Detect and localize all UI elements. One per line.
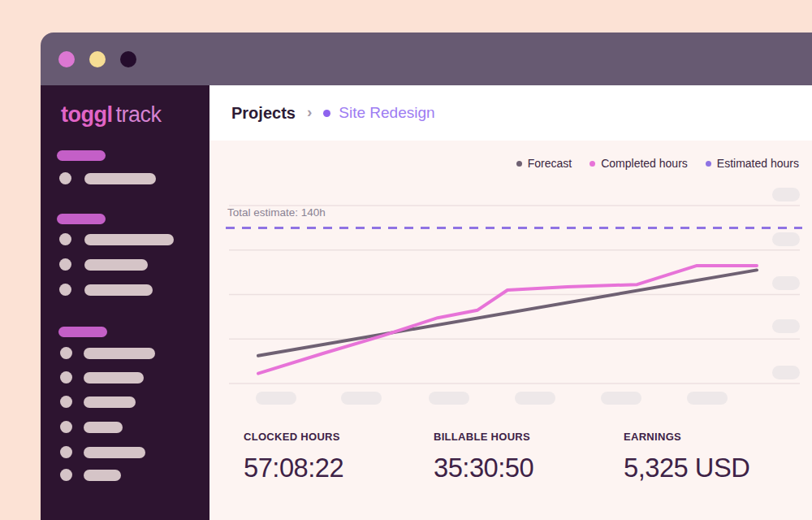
- window-close-button[interactable]: [58, 51, 75, 67]
- y-axis-skeleton-label: [772, 319, 800, 333]
- window-titlebar: [41, 32, 812, 85]
- y-axis-skeleton-label: [772, 188, 800, 202]
- project-progress-chart: Forecast Completed hours Estimated hours…: [209, 141, 812, 520]
- x-axis-skeleton-label: [515, 392, 555, 405]
- skeleton-bar: [84, 422, 123, 433]
- skeleton-section-label: [58, 327, 107, 337]
- skeleton-dot: [59, 233, 71, 245]
- skeleton-bar: [84, 396, 136, 408]
- stat-value: 35:30:50: [434, 452, 616, 483]
- skeleton-bar: [84, 348, 155, 359]
- y-axis-skeleton-label: [772, 366, 800, 379]
- y-axis-skeleton-label: [772, 276, 800, 290]
- skeleton-bar: [84, 447, 145, 458]
- legend-item-estimated-hours[interactable]: Estimated hours: [706, 157, 799, 170]
- stat-earnings: EARNINGS 5,325 USD: [624, 431, 812, 483]
- stat-label: CLOCKED HOURS: [244, 431, 434, 443]
- stat-value: 57:08:22: [244, 452, 426, 483]
- skeleton-dot: [59, 258, 71, 271]
- skeleton-dot: [60, 396, 72, 408]
- legend-label: Forecast: [528, 157, 572, 170]
- sidebar: toggltrack: [41, 85, 209, 520]
- skeleton-bar: [84, 259, 148, 271]
- project-stats: CLOCKED HOURS 57:08:22 BILLABLE HOURS 35…: [244, 431, 812, 483]
- stat-value: 5,325 USD: [624, 452, 806, 483]
- x-axis-skeleton-label: [601, 392, 641, 405]
- breadcrumb-current-label: Site Redesign: [339, 104, 434, 122]
- stat-label: EARNINGS: [624, 431, 812, 443]
- x-axis-skeleton-label: [256, 392, 296, 405]
- stat-label: BILLABLE HOURS: [434, 431, 624, 443]
- skeleton-bar: [84, 173, 156, 184]
- legend-label: Estimated hours: [717, 157, 799, 170]
- toggl-track-logo: toggltrack: [61, 102, 162, 128]
- skeleton-dot: [60, 446, 72, 458]
- skeleton-bar: [84, 234, 174, 245]
- breadcrumb-projects-link[interactable]: Projects: [231, 104, 296, 123]
- logo-toggl: toggl: [61, 102, 112, 127]
- chart-legend: Forecast Completed hours Estimated hours: [516, 157, 799, 170]
- skeleton-dot: [60, 371, 72, 384]
- skeleton-bar: [84, 372, 144, 384]
- breadcrumb-current-project[interactable]: Site Redesign: [323, 104, 434, 122]
- skeleton-dot: [59, 172, 71, 184]
- x-axis-skeleton-label: [687, 392, 728, 405]
- project-color-dot: [323, 110, 330, 117]
- forecast-dot-icon: [516, 161, 522, 167]
- y-axis-skeleton-label: [772, 232, 800, 246]
- skeleton-bar: [84, 284, 153, 296]
- app-window: toggltrack: [41, 32, 812, 520]
- skeleton-section-label: [57, 150, 106, 161]
- x-axis-skeleton-label: [341, 392, 382, 405]
- x-axis-skeleton-label: [429, 392, 469, 405]
- stat-clocked-hours: CLOCKED HOURS 57:08:22: [244, 431, 434, 483]
- skeleton-dot: [60, 469, 72, 481]
- skeleton-dot: [60, 347, 72, 359]
- total-estimate-label: Total estimate: 140h: [227, 206, 326, 219]
- page-header: Projects › Site Redesign: [209, 85, 812, 141]
- legend-item-forecast[interactable]: Forecast: [516, 157, 572, 170]
- completed-hours-dot-icon: [590, 161, 595, 167]
- breadcrumb-chevron-icon: ›: [307, 103, 312, 121]
- legend-item-completed-hours[interactable]: Completed hours: [590, 157, 688, 170]
- legend-label: Completed hours: [601, 157, 688, 170]
- skeleton-dot: [60, 421, 72, 433]
- window-minimize-button[interactable]: [89, 51, 106, 67]
- window-expand-button[interactable]: [120, 51, 136, 67]
- skeleton-section-label: [57, 214, 106, 224]
- estimated-hours-dot-icon: [706, 161, 711, 167]
- skeleton-bar: [84, 470, 121, 481]
- skeleton-dot: [59, 284, 71, 296]
- stat-billable-hours: BILLABLE HOURS 35:30:50: [434, 431, 624, 483]
- logo-track: track: [115, 102, 161, 127]
